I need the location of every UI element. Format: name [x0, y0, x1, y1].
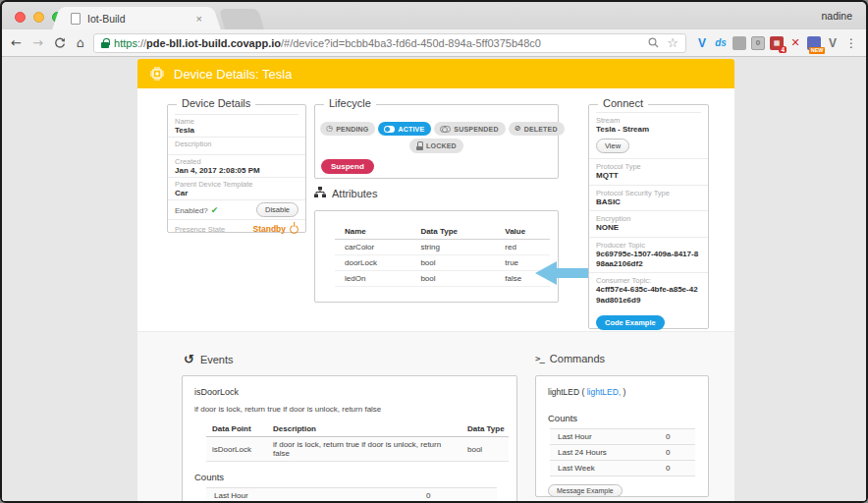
- tab-strip: Iot-Build × nadine: [2, 2, 866, 29]
- events-heading: ↺ Events: [184, 353, 234, 365]
- table-row: Last Week 0: [550, 461, 695, 476]
- table-row: Last Hour 0: [550, 429, 695, 445]
- toggle-off-icon: [440, 126, 451, 133]
- browser-menu-icon[interactable]: ⋮: [845, 36, 857, 50]
- table-row: Last Hour 0: [206, 488, 497, 502]
- page-favicon-icon: [71, 13, 81, 25]
- command-signature: lightLED ( lightLED, ): [548, 387, 696, 397]
- attributes-panel: Name Data Type Value carColor string red: [314, 210, 559, 303]
- web-page: Device Details: Tesla Device Details Nam…: [2, 57, 866, 501]
- url-path: /#/device?id=bcbb4ba3-fd6d-450d-894a-5ff…: [281, 37, 541, 49]
- col-data-point: Data Point: [206, 422, 267, 437]
- profile-name[interactable]: nadine: [821, 10, 852, 22]
- command-counts-table: Last Hour 0 Last 24 Hours 0 Last Week 0: [550, 428, 695, 476]
- address-bar[interactable]: https://pde-bll.iot-build.covapp.io/#/de…: [93, 33, 686, 53]
- url-separator: ://: [137, 37, 146, 49]
- extension-scissors-icon[interactable]: ✕: [788, 36, 802, 50]
- attributes-table: Name Data Type Value carColor string red: [335, 225, 550, 287]
- commands-heading: >_ Commands: [535, 353, 605, 364]
- state-pending[interactable]: ◷PENDING: [320, 122, 375, 136]
- tab-title: Iot-Build: [87, 13, 196, 25]
- extension-grid-icon[interactable]: ▦4: [770, 36, 784, 50]
- close-window-button[interactable]: [15, 12, 26, 23]
- extension-new-icon[interactable]: NEW: [807, 36, 821, 50]
- col-data-type: Data Type: [410, 225, 495, 240]
- annotation-arrow-icon: [535, 261, 594, 285]
- event-counts-table: Last Hour 0 Last 24 Hours 19: [206, 487, 497, 501]
- presence-value: Standby: [252, 224, 298, 234]
- home-button[interactable]: ⌂: [77, 35, 84, 50]
- page-title: Device Details: Tesla: [174, 67, 292, 82]
- field-presence-state: Presence State Standby: [168, 220, 305, 238]
- view-button[interactable]: View: [596, 139, 629, 153]
- field-stream: Stream Tesla - Stream View: [589, 113, 708, 159]
- col-data-type: Data Type: [461, 422, 509, 437]
- col-description: Description: [267, 422, 461, 437]
- url-host: pde-bll.iot-build.covapp.io: [146, 37, 281, 49]
- sitemap-icon: [314, 187, 326, 199]
- code-example-button[interactable]: Code Example: [596, 315, 665, 330]
- state-active[interactable]: ACTIVE: [378, 122, 431, 136]
- field-security-type: Protocol Security Type BASIC: [589, 186, 708, 211]
- close-tab-icon[interactable]: ×: [196, 13, 202, 25]
- page-header: Device Details: Tesla: [137, 59, 734, 88]
- table-row: isDoorLock if door is lock, return true …: [206, 437, 509, 462]
- extension-ds-icon[interactable]: ds: [714, 36, 728, 50]
- enabled-check-icon: ✔: [211, 205, 219, 215]
- field-protocol-type: Protocol Type MQTT: [589, 159, 708, 185]
- device-overview-section: Device Details Name Tesla Description Cr…: [137, 88, 734, 331]
- toggle-on-icon: [384, 126, 395, 133]
- field-parent-template: Parent Device Template Car: [168, 178, 305, 200]
- device-chip-icon: [149, 66, 165, 82]
- page-url: https://pde-bll.iot-build.covapp.io/#/de…: [114, 37, 642, 49]
- clock-icon: ◷: [326, 125, 333, 133]
- extension-v-blue-icon[interactable]: V: [695, 36, 709, 50]
- events-commands-section: ↺ Events isDoorLock if door is lock, ret…: [137, 331, 734, 501]
- history-icon: ↺: [184, 353, 194, 365]
- extension-new-badge: NEW: [809, 47, 825, 54]
- bookmark-star-icon[interactable]: ☆: [667, 36, 678, 49]
- reload-button[interactable]: [54, 37, 66, 49]
- field-description: Description: [168, 138, 305, 155]
- new-tab-button[interactable]: [219, 9, 264, 29]
- device-details-panel: Device Details Name Tesla Description Cr…: [167, 104, 306, 233]
- extension-gray-icon[interactable]: [732, 36, 746, 50]
- state-locked[interactable]: LOCKED: [409, 139, 463, 153]
- zoom-search-icon[interactable]: [648, 37, 659, 48]
- power-icon[interactable]: [290, 225, 298, 234]
- lifecycle-panel: Lifecycle ◷PENDING ACTIVE SUSPENDED ⊘DEL…: [314, 104, 559, 179]
- url-scheme: https: [114, 37, 137, 49]
- state-deleted[interactable]: ⊘DELETED: [509, 122, 565, 136]
- terminal-icon: >_: [535, 354, 544, 363]
- event-datapoints-table: Data Point Description Data Type isDoorL…: [206, 422, 509, 462]
- lifecycle-states-row: ◷PENDING ACTIVE SUSPENDED ⊘DELETED: [320, 122, 558, 136]
- events-panel: isDoorLock if door is lock, return true …: [182, 375, 517, 501]
- address-bar-actions: ☆: [648, 36, 678, 49]
- event-name: isDoorLock: [194, 387, 505, 397]
- app-content: Device Details: Tesla Device Details Nam…: [137, 59, 734, 501]
- field-encryption: Encryption NONE: [589, 211, 708, 237]
- browser-tab[interactable]: Iot-Build ×: [63, 7, 210, 29]
- browser-window: Iot-Build × nadine ← → ⌂ https://pde-bll…: [0, 0, 868, 503]
- event-description: if door is lock, return true if door is …: [194, 405, 505, 414]
- suspend-button[interactable]: Suspend: [321, 159, 374, 174]
- state-suspended[interactable]: SUSPENDED: [434, 122, 505, 136]
- table-row: carColor string red: [335, 240, 550, 255]
- command-link[interactable]: lightLED,: [587, 387, 622, 397]
- extension-gray2-icon[interactable]: 0: [751, 36, 765, 50]
- disable-button[interactable]: Disable: [256, 202, 298, 217]
- secure-lock-icon: [101, 38, 109, 48]
- connect-title: Connect: [598, 97, 648, 109]
- browser-toolbar: ← → ⌂ https://pde-bll.iot-build.covapp.i…: [2, 29, 866, 57]
- col-name: Name: [335, 225, 410, 240]
- forward-button[interactable]: →: [32, 36, 43, 49]
- extension-v-gray-icon[interactable]: V: [826, 36, 840, 50]
- lock-icon: [415, 141, 423, 150]
- table-row: ledOn bool false: [335, 271, 550, 287]
- field-created: Created Jan 4, 2017 2:08:05 PM: [168, 155, 305, 178]
- minimize-window-button[interactable]: [33, 12, 44, 23]
- attributes-heading: Attributes: [314, 187, 377, 199]
- back-button[interactable]: ←: [11, 36, 22, 49]
- field-name: Name Tesla: [168, 115, 305, 138]
- message-example-button[interactable]: Message Example: [548, 484, 623, 497]
